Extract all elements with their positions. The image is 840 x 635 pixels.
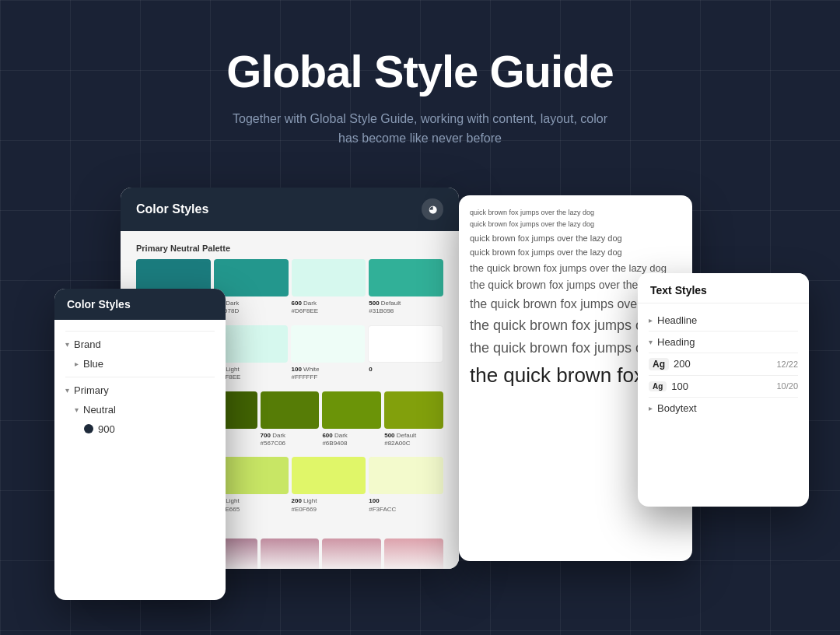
blue-label: Blue — [83, 358, 103, 370]
header-section: Global Style Guide Together with Global … — [0, 0, 840, 180]
card-text-styles: Text Styles ▸ Headline ▾ Heading Ag 200 … — [638, 273, 809, 507]
cs-item-brand: ▾ Brand — [65, 335, 215, 354]
cts-body: ▸ Headline ▾ Heading Ag 200 12/22 Ag 100… — [638, 303, 809, 425]
primary-neutral-label: Primary Neutral Palette — [136, 244, 443, 253]
text-line-1: quick brown fox jumps over the lazy dog — [470, 208, 681, 219]
cs-item-primary: ▾ Primary — [65, 381, 215, 400]
text-line-3: quick brown fox jumps over the lazy dog — [470, 232, 681, 245]
expand-icon-heading: ▾ — [649, 338, 653, 346]
ag-badge-100: Ag — [649, 381, 667, 391]
cs-item-900: 900 — [65, 419, 215, 439]
text-styles-title: Text Styles — [638, 273, 809, 303]
expand-icon: ▾ — [65, 340, 69, 349]
page-subtitle: Together with Global Style Guide, workin… — [0, 109, 840, 149]
ag-ratio-100: 10/20 — [776, 381, 798, 391]
cts-item-ag-200: Ag 200 12/22 — [649, 353, 798, 376]
cts-item-bodytext: ▸ Bodytext — [649, 398, 798, 419]
ag-badge-200: Ag — [649, 358, 669, 370]
expand-icon-primary: ▾ — [65, 386, 69, 395]
gp-swatch-200 — [292, 457, 366, 494]
swatch-100 — [291, 325, 365, 363]
cards-area: Color Styles ◕ Primary Neutral Palette 8… — [0, 188, 840, 600]
expand-icon-headline: ▸ — [649, 316, 653, 325]
page-title: Global Style Guide — [0, 47, 840, 96]
cs-body: ▾ Brand ▸ Blue ▾ Primary ▾ Neutral — [54, 320, 226, 447]
gp-swatch-700 — [261, 391, 320, 429]
shade-900-label: 900 — [98, 423, 115, 435]
cs-item-neutral: ▾ Neutral — [65, 400, 215, 419]
dot-icon — [84, 424, 93, 433]
swatch-500 — [369, 259, 443, 296]
cts-item-heading: ▾ Heading — [649, 332, 798, 353]
card-color-small: Color Styles ▾ Brand ▸ Blue ▾ Primary ▾ — [54, 289, 226, 600]
cs-item-blue: ▸ Blue — [65, 354, 215, 374]
primary-label: Primary — [74, 384, 109, 396]
bodytext-label: Bodytext — [657, 402, 697, 414]
swatch-600 — [292, 259, 366, 296]
text-line-4: quick brown fox jumps over the lazy dog — [470, 246, 681, 259]
text-line-2: quick brown fox jumps over the lazy dog — [470, 219, 681, 230]
headline-label: Headline — [657, 314, 697, 326]
ep-swatch-700 — [261, 539, 320, 569]
expand-icon-bodytext: ▸ — [649, 404, 653, 412]
ep-swatch-500 — [384, 539, 443, 569]
expand-icon-neutral: ▾ — [75, 405, 79, 414]
swatch-700 — [214, 259, 289, 296]
ag-size-100: 100 — [671, 381, 688, 392]
cs-header: Color Styles — [54, 289, 226, 320]
heading-label: Heading — [657, 336, 695, 348]
ag-size-200: 200 — [674, 358, 691, 370]
brand-label: Brand — [74, 339, 101, 350]
card-color-large-header: Color Styles ◕ — [121, 188, 459, 231]
content-wrapper: Global Style Guide Together with Global … — [0, 0, 840, 635]
gp-swatch-500 — [384, 391, 443, 429]
swatch-0 — [368, 325, 443, 363]
cts-item-ag-100: Ag 100 10/20 — [649, 376, 798, 398]
color-styles-icon: ◕ — [422, 198, 443, 220]
gp-swatch-600 — [322, 391, 381, 429]
cts-item-headline: ▸ Headline — [649, 310, 798, 332]
neutral-label: Neutral — [83, 404, 116, 416]
gp-swatch-100 — [369, 457, 443, 494]
card-color-large-title: Color Styles — [136, 202, 208, 216]
ag-ratio-200: 12/22 — [776, 360, 798, 369]
expand-icon-blue: ▸ — [75, 360, 79, 368]
ep-swatch-600 — [322, 539, 381, 569]
